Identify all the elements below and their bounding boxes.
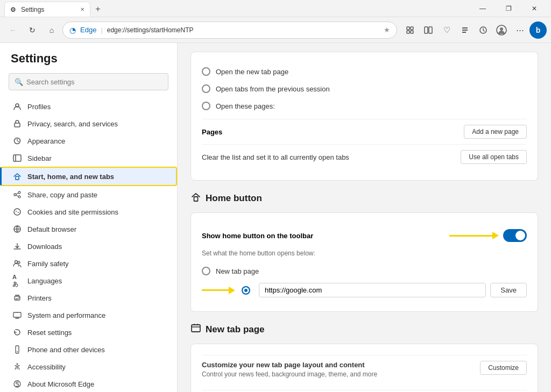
svg-point-15 xyxy=(18,191,20,194)
sidebar-item-start-home[interactable]: Start, home, and new tabs xyxy=(0,167,177,186)
window-controls: — ❐ ✕ xyxy=(470,0,547,17)
svg-point-20 xyxy=(18,212,19,213)
pages-row: Pages Add a new page xyxy=(202,119,527,144)
edge-label: Edge xyxy=(80,26,96,34)
settings-tab[interactable]: ⚙ Settings ✕ xyxy=(4,2,90,17)
restore-button[interactable]: ❐ xyxy=(496,0,521,17)
collections2-icon[interactable] xyxy=(456,22,474,39)
back-button[interactable]: ← xyxy=(4,22,22,39)
refresh-button[interactable]: ↻ xyxy=(24,22,41,39)
radio-open-pages[interactable] xyxy=(202,102,210,110)
startup-option-2-label: Open tabs from the previous session xyxy=(216,85,330,93)
use-all-open-tabs-button[interactable]: Use all open tabs xyxy=(461,150,527,164)
home-sublabel: Set what the home button opens below: xyxy=(202,247,527,262)
sidebar-item-default-browser[interactable]: Default browser xyxy=(0,220,177,238)
home-nav-button[interactable]: ⌂ xyxy=(43,22,60,39)
about-edge-label: About Microsoft Edge xyxy=(27,380,94,388)
browser-essentials-icon[interactable] xyxy=(475,22,492,39)
downloads-icon xyxy=(12,241,22,251)
svg-rect-35 xyxy=(192,325,200,332)
customize-title: Customize your new tab page layout and c… xyxy=(202,361,471,369)
radio-url[interactable] xyxy=(242,286,250,295)
customize-button[interactable]: Customize xyxy=(480,361,527,375)
sidebar-item-family-safety[interactable]: Family safety xyxy=(0,255,177,272)
add-new-page-button[interactable]: Add a new page xyxy=(464,125,527,139)
svg-rect-3 xyxy=(411,31,413,33)
svg-point-18 xyxy=(14,209,20,215)
save-button[interactable]: Save xyxy=(490,283,527,297)
clear-row: Clear the list and set it to all current… xyxy=(202,144,527,169)
search-box[interactable]: 🔍 xyxy=(9,73,168,90)
close-button[interactable]: ✕ xyxy=(522,0,547,17)
accessibility-label: Accessibility xyxy=(27,363,66,371)
sidebar-item-about-edge[interactable]: About Microsoft Edge xyxy=(0,375,177,392)
bookmark-icon[interactable]: ★ xyxy=(384,26,390,34)
svg-point-17 xyxy=(18,196,20,198)
start-home-label: Start, home, and new tabs xyxy=(27,173,114,181)
sidebar-item-appearance[interactable]: Appearance xyxy=(0,132,177,149)
printers-icon xyxy=(12,293,22,303)
startup-option-3[interactable]: Open these pages: xyxy=(202,97,527,115)
search-input[interactable] xyxy=(26,78,163,86)
split-screen-icon[interactable] xyxy=(420,22,437,39)
show-home-btn-row: Show home button on the toolbar xyxy=(202,224,527,247)
sidebar-item-profiles[interactable]: Profiles xyxy=(0,98,177,115)
home-url-input[interactable] xyxy=(259,283,486,297)
sidebar-item-phone[interactable]: Phone and other devices xyxy=(0,341,177,358)
startup-option-2[interactable]: Open tabs from the previous session xyxy=(202,80,527,97)
separator: | xyxy=(101,26,102,34)
url-input-row: Save xyxy=(202,280,527,301)
radio-open-new-tab[interactable] xyxy=(202,67,210,76)
profile-icon[interactable] xyxy=(493,22,510,39)
sidebar-item-privacy[interactable]: Privacy, search, and services xyxy=(0,115,177,132)
phone-label: Phone and other devices xyxy=(27,346,105,354)
svg-point-27 xyxy=(19,297,20,298)
share-label: Share, copy and paste xyxy=(27,191,97,199)
sidebar-item-languages[interactable]: Aあ Languages xyxy=(0,272,177,289)
tab-title: Settings xyxy=(21,6,77,13)
appearance-icon xyxy=(12,136,22,146)
toolbar-icons: ♡ ⋯ b xyxy=(401,22,547,39)
favorites-icon[interactable]: ♡ xyxy=(438,22,455,39)
startup-option-1[interactable]: Open the new tab page xyxy=(202,63,527,80)
toggle-thumb xyxy=(515,231,525,240)
clear-label: Clear the list and set it to all current… xyxy=(202,153,461,161)
languages-icon: Aあ xyxy=(12,276,22,286)
show-home-toggle[interactable] xyxy=(503,229,527,242)
sidebar-item-share[interactable]: Share, copy and paste xyxy=(0,186,177,203)
sidebar-nav-label: Sidebar xyxy=(27,154,52,162)
about-edge-icon xyxy=(12,379,22,389)
new-tab-page-option: New tab page xyxy=(216,267,259,275)
toggle-track[interactable] xyxy=(503,229,527,242)
tab-icon: ⚙ xyxy=(10,6,18,13)
home-button-title: Home button xyxy=(206,193,262,204)
sidebar-item-downloads[interactable]: Downloads xyxy=(0,238,177,255)
minimize-button[interactable]: — xyxy=(470,0,495,17)
collections-icon[interactable] xyxy=(401,22,419,39)
tab-close-button[interactable]: ✕ xyxy=(80,6,84,12)
svg-rect-5 xyxy=(429,27,432,33)
sidebar-item-printers[interactable]: Printers xyxy=(0,289,177,307)
svg-rect-10 xyxy=(15,123,20,127)
default-browser-label: Default browser xyxy=(27,225,76,233)
home-button-card: Show home button on the toolbar xyxy=(190,212,538,312)
svg-rect-30 xyxy=(16,346,19,353)
radio-new-tab-page[interactable] xyxy=(202,267,210,275)
sidebar-item-cookies[interactable]: Cookies and site permissions xyxy=(0,203,177,220)
bing-chat-button[interactable]: b xyxy=(529,22,547,39)
sidebar-item-accessibility[interactable]: Accessibility xyxy=(0,358,177,375)
sidebar-item-reset[interactable]: Reset settings xyxy=(0,324,177,341)
new-tab-page-radio-row[interactable]: New tab page xyxy=(202,262,527,280)
share-icon xyxy=(12,190,22,199)
printers-label: Printers xyxy=(27,294,52,302)
edge-favicon: ◔ xyxy=(69,26,76,34)
customize-desc: Control your news feed, background image… xyxy=(202,370,471,378)
customize-row: Customize your new tab page layout and c… xyxy=(202,355,527,383)
address-bar[interactable]: ◔ Edge | edge://settings/startHomeNTP ★ xyxy=(62,22,397,39)
new-tab-button[interactable]: + xyxy=(90,2,105,17)
more-options-icon[interactable]: ⋯ xyxy=(511,22,528,39)
privacy-icon xyxy=(12,119,22,129)
radio-open-previous[interactable] xyxy=(202,84,210,93)
sidebar-item-sidebar[interactable]: Sidebar xyxy=(0,149,177,167)
sidebar-item-system[interactable]: System and performance xyxy=(0,307,177,324)
